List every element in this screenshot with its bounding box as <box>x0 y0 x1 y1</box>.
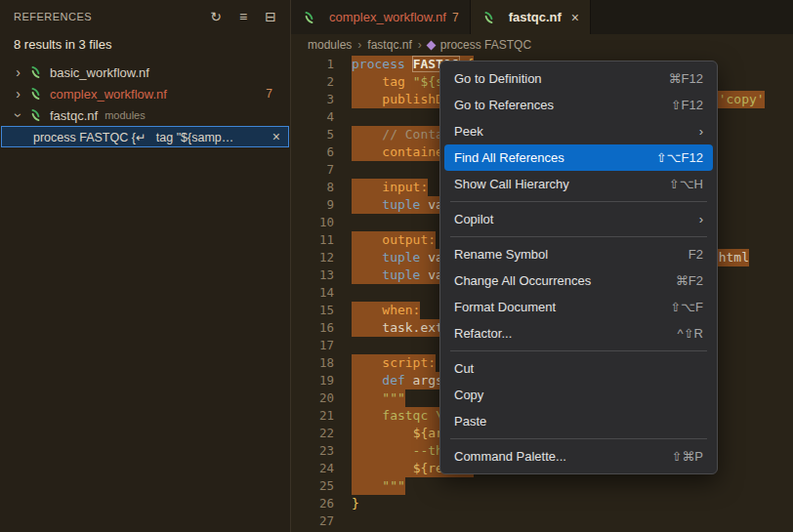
menu-item-label: Rename Symbol <box>454 247 665 262</box>
line-number: 19 <box>291 372 352 389</box>
line-text: when: <box>352 302 420 319</box>
line-number: 21 <box>291 407 352 425</box>
vscode-window: REFERENCES ↻≡⊟ 8 results in 3 files ›bas… <box>0 0 793 532</box>
tree-item-basic-workflow-nf[interactable]: ›basic_workflow.nf <box>0 61 290 83</box>
line-text: input: <box>352 179 428 196</box>
breadcrumb-item-process-fastqc[interactable]: process FASTQC <box>428 38 531 52</box>
match-count-badge: 7 <box>266 87 282 101</box>
chevron-icon: › <box>12 87 24 101</box>
line-number: 10 <box>291 214 352 231</box>
tree-item-fastqc-nf[interactable]: ›fastqc.nfmodules <box>0 104 290 126</box>
file-label: complex_workflow.nf <box>50 87 167 102</box>
line-number: 3 <box>291 91 352 108</box>
menu-item-shortcut: F2 <box>689 247 703 262</box>
line-number: 15 <box>291 302 352 319</box>
collapse-all-icon[interactable]: ⊟ <box>261 7 280 26</box>
menu-item-shortcut: ⇧F12 <box>671 98 703 112</box>
panel-title: REFERENCES <box>14 11 92 22</box>
dismiss-icon[interactable]: × <box>269 129 284 144</box>
tab-fastqc-nf[interactable]: fastqc.nf× <box>471 0 591 34</box>
menu-item-peek[interactable]: Peek› <box>444 118 713 144</box>
breadcrumb-item-modules[interactable]: modules <box>308 38 352 52</box>
line-number: 26 <box>291 495 352 512</box>
line-number: 4 <box>291 108 352 126</box>
menu-item-go-to-definition[interactable]: Go to Definition⌘F12 <box>444 65 713 92</box>
menu-item-paste[interactable]: Paste <box>444 408 713 434</box>
line-text: """ <box>352 477 405 495</box>
menu-item-label: Command Palette... <box>454 449 647 464</box>
references-sidebar: REFERENCES ↻≡⊟ 8 results in 3 files ›bas… <box>0 0 291 532</box>
menu-separator <box>450 438 707 439</box>
code-line[interactable]: 25 """ <box>291 477 793 495</box>
line-number: 7 <box>291 161 352 179</box>
file-description: modules <box>104 109 146 121</box>
menu-item-show-call-hierarchy[interactable]: Show Call Hierarchy⇧⌥H <box>444 171 713 197</box>
code-line[interactable]: 26} <box>291 495 793 512</box>
menu-item-change-all-occurrences[interactable]: Change All Occurrences⌘F2 <box>444 267 713 294</box>
tab-complex-workflow-nf[interactable]: complex_workflow.nf7 <box>291 0 471 34</box>
breadcrumb-item-fastqc-nf[interactable]: fastqc.nf <box>367 38 411 52</box>
menu-item-label: Peek <box>454 124 676 139</box>
line-number: 25 <box>291 477 352 495</box>
menu-separator <box>450 236 707 237</box>
menu-item-copilot[interactable]: Copilot› <box>444 206 713 232</box>
menu-item-copy[interactable]: Copy <box>444 382 713 408</box>
menu-item-label: Paste <box>454 414 703 429</box>
sidebar-header: REFERENCES ↻≡⊟ <box>0 0 290 33</box>
editor-area: complex_workflow.nf7fastqc.nf× modules›f… <box>291 0 793 532</box>
menu-item-shortcut: ^⇧R <box>678 326 703 341</box>
menu-item-format-document[interactable]: Format Document⇧⌥F <box>444 294 713 320</box>
menu-item-label: Format Document <box>454 300 647 314</box>
line-text: """ <box>352 389 405 407</box>
menu-item-shortcut: ⌘F12 <box>669 71 703 86</box>
results-summary: 8 results in 3 files <box>0 33 290 60</box>
line-text: script: <box>352 354 436 372</box>
menu-item-label: Copy <box>454 388 703 402</box>
line-number: 12 <box>291 249 352 266</box>
line-number: 27 <box>291 512 352 530</box>
tree-item-complex-workflow-nf[interactable]: ›complex_workflow.nf7 <box>0 83 290 104</box>
tab-label: fastqc.nf <box>509 10 562 24</box>
submenu-arrow-icon: › <box>699 124 703 139</box>
line-number: 6 <box>291 143 352 161</box>
reference-result-item[interactable]: process FASTQC {↵ tag "${samp…× <box>1 126 289 147</box>
line-number: 9 <box>291 196 352 214</box>
menu-separator <box>450 201 707 202</box>
result-preview: process FASTQC {↵ tag "${samp… <box>33 130 265 144</box>
line-number: 17 <box>291 337 352 354</box>
menu-item-go-to-references[interactable]: Go to References⇧F12 <box>444 92 713 118</box>
refresh-icon[interactable]: ↻ <box>206 7 226 26</box>
line-text: } <box>352 495 359 512</box>
menu-item-label: Refactor... <box>454 326 654 341</box>
menu-item-label: Go to References <box>454 98 647 112</box>
menu-item-rename-symbol[interactable]: Rename SymbolF2 <box>444 241 713 267</box>
menu-item-command-palette[interactable]: Command Palette...⇧⌘P <box>444 443 713 470</box>
close-icon[interactable]: × <box>571 10 579 25</box>
line-number: 8 <box>291 179 352 196</box>
line-text: fastqc \ <box>352 407 443 425</box>
line-number: 24 <box>291 460 352 477</box>
line-number: 13 <box>291 266 352 284</box>
menu-item-shortcut: ⇧⌥H <box>669 177 703 191</box>
nextflow-icon <box>302 10 317 24</box>
breadcrumb: modules›fastqc.nf›process FASTQC <box>291 34 793 56</box>
clear-all-icon[interactable]: ≡ <box>233 7 253 26</box>
tab-label: complex_workflow.nf <box>329 10 446 24</box>
line-number: 5 <box>291 126 352 143</box>
menu-item-shortcut: ⇧⌘P <box>671 449 703 464</box>
menu-separator <box>450 350 707 351</box>
menu-item-refactor[interactable]: Refactor...^⇧R <box>444 320 713 347</box>
menu-item-cut[interactable]: Cut <box>444 355 713 382</box>
tab-bar: complex_workflow.nf7fastqc.nf× <box>291 0 793 34</box>
nextflow-icon <box>481 10 497 24</box>
nextflow-icon <box>28 87 44 102</box>
code-line[interactable]: 27 <box>291 512 793 530</box>
file-label: basic_workflow.nf <box>50 65 149 80</box>
menu-item-shortcut: ⇧⌥F <box>670 300 703 314</box>
file-label: fastqc.nf <box>50 108 98 123</box>
menu-item-label: Find All References <box>454 150 633 165</box>
menu-item-shortcut: ⇧⌥F12 <box>656 150 703 165</box>
menu-item-find-all-references[interactable]: Find All References⇧⌥F12 <box>444 144 713 171</box>
line-number: 1 <box>291 56 352 73</box>
breadcrumb-separator: › <box>357 38 361 52</box>
